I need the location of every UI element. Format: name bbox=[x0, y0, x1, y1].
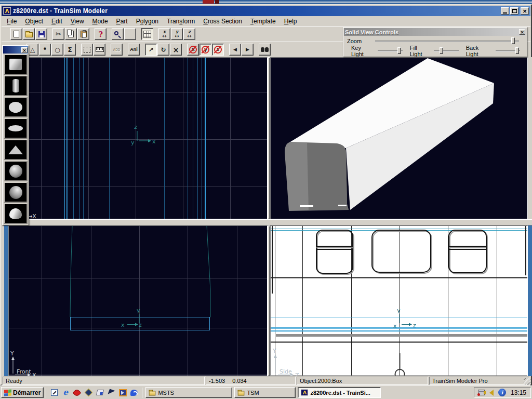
taskbar: Démarrer e MSTSTSMΛz8200re.dst - TrainSi… bbox=[0, 385, 532, 399]
palette-close-button[interactable]: × bbox=[21, 47, 28, 53]
back-light-slider[interactable] bbox=[496, 47, 520, 54]
zoom-slider-thumb[interactable] bbox=[511, 37, 515, 44]
animation-button[interactable]: Ani bbox=[128, 44, 140, 56]
add-points-button[interactable]: ADD bbox=[111, 44, 123, 56]
viewport-solid-view[interactable] bbox=[270, 57, 528, 219]
help-button[interactable]: ? bbox=[95, 28, 107, 40]
toolbar-separator bbox=[106, 44, 111, 56]
geosphere-primitive-button[interactable] bbox=[4, 161, 28, 181]
sphere-icon bbox=[9, 102, 22, 113]
messenger-info-tray-icon[interactable]: i bbox=[498, 389, 506, 396]
move-tool-button[interactable]: ↗ bbox=[145, 44, 157, 56]
back-light-slider-thumb[interactable] bbox=[515, 47, 519, 54]
lock-x-button[interactable]: x bbox=[187, 44, 199, 56]
scale-tool-button[interactable]: × bbox=[170, 44, 182, 56]
menu-item-help[interactable]: Help bbox=[280, 17, 301, 25]
menu-item-polygon[interactable]: Polygon bbox=[132, 17, 163, 25]
internet-explorer-icon[interactable]: e bbox=[61, 388, 70, 397]
menu-item-object[interactable]: Object bbox=[21, 17, 47, 25]
vertical-splitter[interactable] bbox=[268, 57, 270, 219]
rotate-tool-button[interactable]: ↻ bbox=[157, 44, 169, 56]
task-button-msts[interactable]: MSTS bbox=[145, 387, 232, 398]
zoom-in-button[interactable] bbox=[112, 28, 124, 40]
next-part-button[interactable]: ▶ bbox=[242, 44, 254, 56]
fill-light-slider-label: Fill Light bbox=[410, 45, 431, 57]
dome-primitive-button[interactable] bbox=[4, 203, 28, 224]
lock-z-button[interactable]: z bbox=[212, 44, 224, 56]
menu-item-edit[interactable]: Edit bbox=[47, 17, 66, 25]
task-button-z8200re-dst-trainsi[interactable]: Λz8200re.dst - TrainSi... bbox=[298, 387, 381, 398]
lock-y-button[interactable]: y bbox=[200, 44, 211, 56]
x-constraint-button[interactable]: x↔ bbox=[158, 28, 170, 40]
menu-item-mode[interactable]: Mode bbox=[88, 17, 112, 25]
key-light-slider-thumb[interactable] bbox=[397, 47, 401, 54]
volume-tray-icon[interactable] bbox=[488, 389, 496, 396]
menu-item-transform[interactable]: Transform bbox=[163, 17, 199, 25]
task-button-tsm[interactable]: TSM bbox=[234, 387, 296, 398]
menu-item-view[interactable]: View bbox=[66, 17, 88, 25]
menu-item-cross-section[interactable]: Cross Section bbox=[199, 17, 246, 25]
sigma-button[interactable]: Σ bbox=[64, 44, 76, 56]
resize-grip[interactable] bbox=[524, 378, 530, 385]
start-button[interactable]: Démarrer bbox=[1, 387, 44, 398]
tag-app-icon[interactable] bbox=[95, 388, 104, 397]
cursor-app-icon[interactable] bbox=[107, 388, 116, 397]
flat-sphere-primitive-button[interactable] bbox=[4, 118, 28, 139]
sphere-primitive-button[interactable] bbox=[4, 97, 28, 117]
find-button[interactable] bbox=[259, 44, 271, 56]
title-bar[interactable]: Λ z8200re.dst - TrainSim Modeler × bbox=[2, 6, 530, 16]
palette-title-bar[interactable]: × bbox=[3, 46, 28, 54]
toolbar-separator bbox=[107, 28, 112, 40]
cone-primitive-button[interactable] bbox=[4, 139, 28, 160]
messenger-icon[interactable] bbox=[129, 388, 139, 397]
copy-button[interactable] bbox=[65, 28, 77, 40]
show-desktop-icon[interactable] bbox=[49, 388, 59, 397]
zoom-out-button[interactable] bbox=[124, 28, 136, 40]
cylinder-primitive-button[interactable] bbox=[4, 75, 28, 96]
box-primitive-button[interactable] bbox=[4, 54, 28, 75]
save-file-button[interactable] bbox=[35, 28, 47, 40]
media-player-icon[interactable] bbox=[118, 388, 127, 397]
cut-button[interactable]: ✂ bbox=[52, 28, 64, 40]
open-file-button[interactable] bbox=[23, 28, 35, 40]
scale-tool-icon: × bbox=[173, 46, 179, 54]
z-constraint-icon: z↔ bbox=[187, 30, 191, 39]
axis-arrow: ↔ bbox=[162, 34, 166, 39]
paste-button[interactable] bbox=[77, 28, 89, 40]
zoom-slider-label: Zoom bbox=[347, 38, 362, 44]
desktop-icon-fragment bbox=[203, 0, 214, 4]
measure-ruler-button[interactable] bbox=[94, 44, 105, 56]
close-button[interactable]: × bbox=[521, 7, 529, 15]
grid-toggle-button[interactable] bbox=[141, 28, 153, 40]
point-button[interactable]: • bbox=[39, 44, 51, 56]
status-message: Ready bbox=[6, 378, 22, 384]
z-constraint-button[interactable]: z↔ bbox=[183, 28, 195, 40]
minimize-button[interactable] bbox=[501, 7, 509, 15]
key-light-slider[interactable] bbox=[378, 47, 402, 54]
fill-light-slider-thumb[interactable] bbox=[440, 47, 443, 54]
viewport-front-view[interactable]: y x z Y Front X bbox=[8, 225, 268, 376]
geosphere-alt-primitive-button[interactable] bbox=[4, 182, 28, 203]
menu-item-part[interactable]: Part bbox=[112, 17, 132, 25]
fill-light-slider[interactable] bbox=[434, 47, 458, 54]
zoom-slider[interactable] bbox=[375, 37, 519, 44]
horizontal-splitter[interactable] bbox=[2, 219, 532, 225]
select-marquee-button[interactable] bbox=[81, 44, 93, 56]
maximize-button[interactable] bbox=[510, 7, 518, 15]
solid-view-controls-title-bar[interactable]: Solid View Controls × bbox=[344, 28, 526, 36]
dome-icon bbox=[9, 208, 22, 219]
circle-button[interactable]: ○ bbox=[51, 44, 63, 56]
panel-close-button[interactable]: × bbox=[519, 29, 525, 35]
new-document-button[interactable] bbox=[10, 28, 22, 40]
y-constraint-button[interactable]: y↔ bbox=[171, 28, 183, 40]
pattern-app-icon[interactable] bbox=[84, 388, 93, 397]
red-star-app-icon[interactable] bbox=[72, 388, 82, 397]
red-star-app-glyph bbox=[73, 388, 82, 397]
menu-item-template[interactable]: Template bbox=[246, 17, 280, 25]
locked-axis-letter: z bbox=[217, 47, 219, 52]
viewport-side-view[interactable]: y x z Y Side Z bbox=[270, 225, 528, 376]
axis-label-left: x bbox=[393, 323, 397, 329]
viewport-top-view[interactable]: z y x →X bbox=[4, 57, 268, 219]
prev-part-button[interactable]: ◀ bbox=[229, 44, 241, 56]
menu-item-file[interactable]: File bbox=[3, 17, 21, 25]
